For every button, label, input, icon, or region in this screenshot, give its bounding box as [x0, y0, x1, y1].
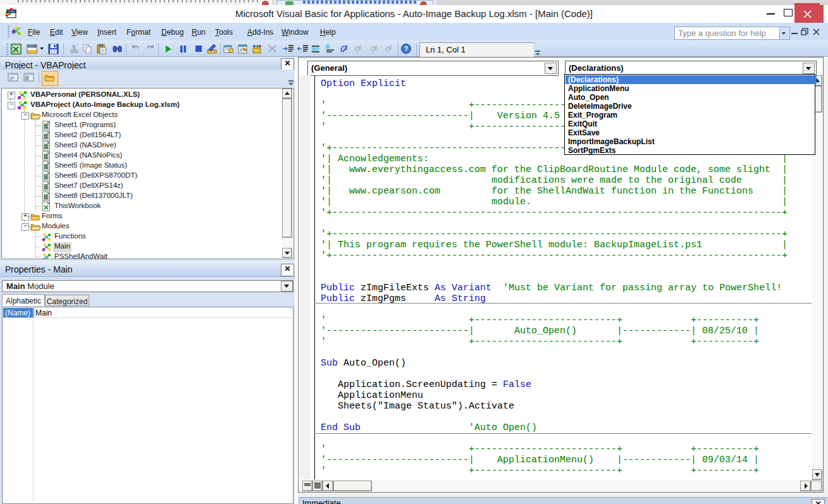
svg-text:?: ?	[404, 45, 409, 52]
